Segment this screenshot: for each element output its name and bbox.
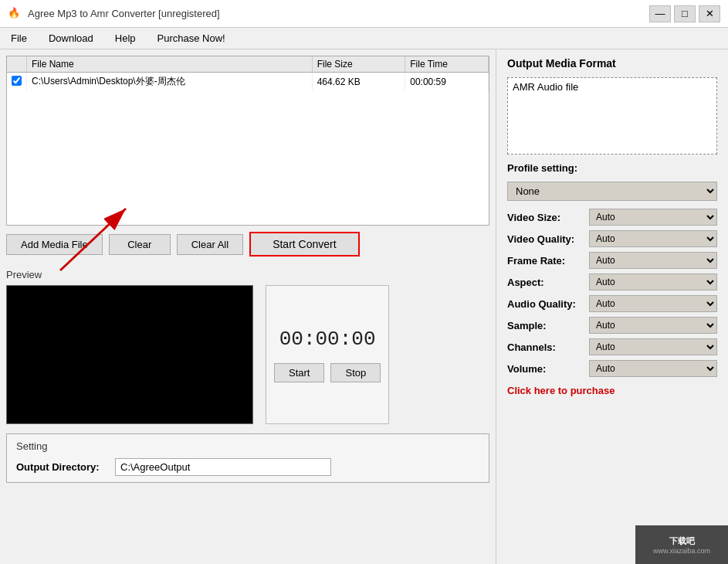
window-controls: — □ ✕ [649,5,720,22]
clear-all-button[interactable]: Clear All [177,234,243,255]
purchase-link[interactable]: Click here to purchase [507,385,717,396]
col-filename: File Name [27,56,313,73]
setting-section: Setting Output Directory: [6,433,489,483]
minimize-button[interactable]: — [649,5,671,22]
aspect-select[interactable]: Auto [589,274,717,290]
preview-section: Preview 00:00:00 Start Stop [6,269,489,424]
frame-rate-label: Frame Rate: [507,255,584,267]
sample-label: Sample: [507,320,584,331]
channels-label: Channels: [507,341,584,353]
video-size-select[interactable]: Auto [589,209,717,226]
preview-label: Preview [6,269,489,280]
menu-bar: File Download Help Purchase Now! [0,28,728,49]
output-dir-label: Output Directory: [16,461,109,473]
file-table-container: File Name File Size File Time C:\Users\A… [6,56,489,226]
channels-row: Channels: Auto [507,338,717,355]
left-panel: File Name File Size File Time C:\Users\A… [0,49,496,564]
close-button[interactable]: ✕ [699,5,720,22]
video-size-label: Video Size: [507,212,584,223]
preview-video-area [6,285,253,424]
volume-row: Volume: Auto [507,360,717,377]
preview-buttons: Start Stop [274,363,381,382]
video-quality-row: Video Quality: Auto [507,230,717,247]
frame-rate-row: Frame Rate: Auto [507,252,717,269]
timer-display: 00:00:00 [279,328,376,351]
video-quality-select[interactable]: Auto [589,230,717,247]
setting-label: Setting [16,440,479,452]
start-convert-button[interactable]: Start Convert [249,232,359,257]
output-dir-input[interactable] [115,458,331,476]
aspect-row: Aspect: Auto [507,274,717,290]
row-filetime: 00:00:59 [405,73,489,91]
audio-quality-select[interactable]: Auto [589,295,717,312]
video-quality-label: Video Quality: [507,233,584,245]
col-filesize: File Size [312,56,405,73]
channels-select[interactable]: Auto [589,338,717,355]
col-filetime: File Time [405,56,489,73]
title-bar: 🔥 Agree Mp3 to Amr Converter [unregister… [0,0,728,28]
row-filename: C:\Users\Admin\Desktop\外婆-周杰伦 [27,73,313,91]
clear-button[interactable]: Clear [109,234,171,255]
main-layout: File Name File Size File Time C:\Users\A… [0,49,728,564]
audio-quality-row: Audio Quality: Auto [507,295,717,312]
aspect-label: Aspect: [507,277,584,288]
app-icon: 🔥 [8,7,22,21]
profile-select[interactable]: None [507,182,717,201]
video-size-row: Video Size: Auto [507,209,717,226]
add-media-file-button[interactable]: Add Media File [6,234,103,255]
maximize-button[interactable]: □ [674,5,696,22]
output-format-title: Output Media Format [507,57,717,70]
watermark: 下载吧 www.xiazaiba.com [635,525,728,564]
frame-rate-select[interactable]: Auto [589,252,717,269]
audio-quality-label: Audio Quality: [507,298,584,310]
preview-controls: 00:00:00 Start Stop [266,285,389,424]
menu-purchase[interactable]: Purchase Now! [153,31,230,46]
file-checkbox[interactable] [12,76,22,86]
preview-content: 00:00:00 Start Stop [6,285,489,424]
output-dir-row: Output Directory: [16,458,479,476]
sample-select[interactable]: Auto [589,317,717,334]
app-title: Agree Mp3 to Amr Converter [unregistered… [28,8,220,19]
sample-row: Sample: Auto [507,317,717,334]
volume-label: Volume: [507,363,584,375]
watermark-top: 下载吧 [669,535,695,547]
row-filesize: 464.62 KB [312,73,405,91]
settings-grid: Video Size: Auto Video Quality: Auto Fra… [507,209,717,377]
volume-select[interactable]: Auto [589,360,717,377]
col-check [7,56,27,73]
watermark-bottom: www.xiazaiba.com [653,547,710,555]
action-buttons-row: Add Media File Clear Clear All Start Con… [6,232,489,257]
start-preview-button[interactable]: Start [274,363,324,382]
menu-download[interactable]: Download [44,31,98,46]
menu-help[interactable]: Help [110,31,141,46]
format-box: AMR Audio file [507,77,717,155]
menu-file[interactable]: File [6,31,32,46]
stop-preview-button[interactable]: Stop [330,363,381,382]
file-table: File Name File Size File Time C:\Users\A… [7,56,489,90]
right-panel: Output Media Format AMR Audio file Profi… [496,49,728,564]
table-row: C:\Users\Admin\Desktop\外婆-周杰伦 464.62 KB … [7,73,489,91]
profile-setting-label: Profile setting: [507,162,717,174]
row-checkbox[interactable] [7,73,27,91]
